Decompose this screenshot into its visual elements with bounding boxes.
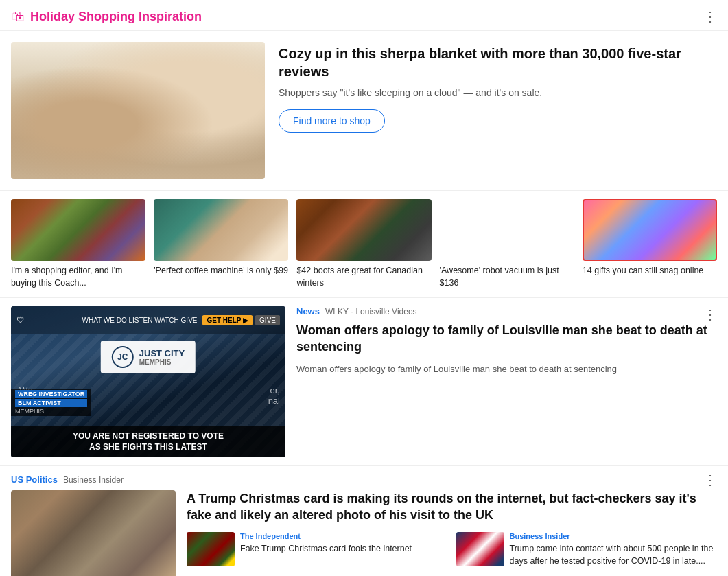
politics-sub-articles: The Independent Fake Trump Christmas car…: [187, 532, 717, 568]
small-article-boots[interactable]: $42 boots are great for Canadian winters: [296, 199, 431, 289]
politics-tag: US Politics: [11, 474, 58, 485]
news-summary: Woman offers apology to family of Louisv…: [296, 362, 717, 376]
sub-article-content-trump: Business Insider Trump came into contact…: [510, 532, 718, 568]
sub-article-title-trump: Trump came into contact with about 500 p…: [510, 544, 714, 566]
small-article-text-coffee: 'Perfect coffee machine' is only $99: [154, 265, 288, 277]
politics-header: US Politics Business Insider ⋮: [11, 474, 717, 485]
politics-title[interactable]: A Trump Christmas card is making its rou…: [187, 490, 717, 524]
politics-content: A Trump Christmas card is making its rou…: [11, 490, 717, 576]
sub-article-source-christmas: The Independent: [240, 532, 412, 540]
find-more-button[interactable]: Find more to shop: [279, 109, 385, 133]
small-article-coach[interactable]: I'm a shopping editor, and I'm buying th…: [11, 199, 145, 289]
sub-article-content-christmas: The Independent Fake Trump Christmas car…: [240, 532, 412, 555]
politics-section: US Politics Business Insider ⋮ A Trump C…: [0, 466, 728, 576]
news-video[interactable]: 🛡 WHAT WE DO LISTEN WATCH GIVE GET HELP …: [11, 306, 285, 457]
more-options-button[interactable]: ⋮: [703, 8, 717, 25]
small-article-image-gifts: [583, 199, 717, 261]
small-article-coffee[interactable]: 'Perfect coffee machine' is only $99: [154, 199, 288, 289]
news-more-options[interactable]: ⋮: [703, 306, 717, 323]
politics-source: Business Insider: [63, 475, 124, 485]
video-body-er: er,: [270, 385, 280, 395]
politics-right: A Trump Christmas card is making its rou…: [187, 490, 717, 576]
header-section: 🛍 Holiday Shopping Inspiration ⋮: [0, 0, 728, 31]
video-nav-text: WHAT WE DO LISTEN WATCH GIVE: [82, 316, 198, 324]
video-blm-labels: WREG INVESTIGATOR BLM ACTIVIST MEMPHIS: [11, 389, 91, 416]
shopping-bag-icon: 🛍: [11, 9, 25, 25]
small-article-vacuum[interactable]: 'Awesome' robot vacuum is just $136: [440, 199, 574, 289]
feature-article-image[interactable]: [11, 42, 265, 179]
sub-article-christmas[interactable]: The Independent Fake Trump Christmas car…: [187, 532, 448, 568]
small-article-image-coffee: [154, 199, 288, 261]
just-city-logo: JC JUST CITY MEMPHIS: [101, 341, 196, 373]
sub-article-image-trump: [456, 532, 504, 566]
small-article-gifts[interactable]: 14 gifts you can still snag online: [583, 199, 717, 289]
small-article-text-gifts: 14 gifts you can still snag online: [583, 265, 717, 277]
politics-more-options[interactable]: ⋮: [703, 472, 717, 488]
small-article-text-vacuum: 'Awesome' robot vacuum is just $136: [440, 265, 574, 289]
politics-image[interactable]: [11, 490, 176, 576]
small-article-image-coach: [11, 199, 145, 261]
feature-article-title: Cozy up in this sherpa blanket with more…: [279, 45, 717, 80]
page-title: Holiday Shopping Inspiration: [30, 10, 202, 24]
news-title[interactable]: Woman offers apology to family of Louisv…: [296, 322, 717, 356]
video-body-nal: nal: [268, 395, 280, 406]
small-article-text-coach: I'm a shopping editor, and I'm buying th…: [11, 265, 145, 289]
sub-article-image-christmas: [187, 532, 235, 566]
news-section: 🛡 WHAT WE DO LISTEN WATCH GIVE GET HELP …: [0, 298, 728, 466]
news-content: ⋮ News WLKY - Louisville Videos Woman of…: [296, 306, 728, 457]
news-meta: News WLKY - Louisville Videos: [296, 306, 717, 316]
feature-article-subtitle: Shoppers say "it's like sleeping on a cl…: [279, 87, 717, 98]
small-article-text-boots: $42 boots are great for Canadian winters: [296, 265, 431, 289]
small-article-image-vacuum: [440, 199, 574, 261]
video-nav: 🛡 WHAT WE DO LISTEN WATCH GIVE GET HELP …: [11, 306, 285, 334]
small-article-image-boots: [296, 199, 431, 261]
news-source: WLKY - Louisville Videos: [325, 307, 417, 316]
feature-article: Cozy up in this sherpa blanket with more…: [0, 31, 728, 191]
feature-article-content: Cozy up in this sherpa blanket with more…: [279, 42, 717, 179]
sub-article-trump[interactable]: Business Insider Trump came into contact…: [456, 532, 718, 568]
sub-article-title-christmas: Fake Trump Christmas card fools the inte…: [240, 544, 412, 553]
news-tag: News: [296, 306, 320, 316]
video-caption: YOU ARE NOT REGISTERED TO VOTE AS SHE FI…: [11, 426, 285, 457]
small-articles-grid: I'm a shopping editor, and I'm buying th…: [0, 191, 728, 298]
sub-article-source-trump: Business Insider: [510, 532, 718, 540]
